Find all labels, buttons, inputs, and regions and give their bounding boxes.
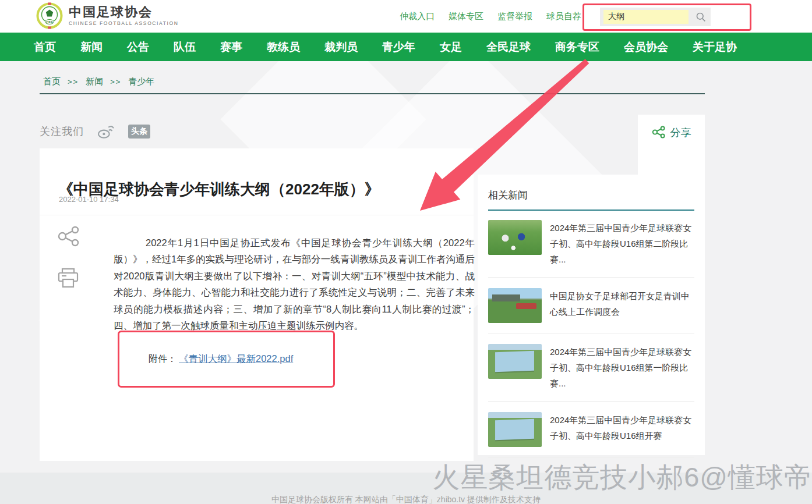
logo-subtitle: CHINESE FOOTBALL ASSOCIATION	[69, 20, 178, 26]
article-tool-icons	[57, 226, 80, 289]
share-button[interactable]: 分享	[638, 115, 705, 175]
follow-us-row: 关注我们 头条	[40, 124, 150, 139]
header-link[interactable]: 监督举报	[497, 11, 532, 22]
news-item-text[interactable]: 2024年第三届中国青少年足球联赛女子初、高中年龄段U16组第一阶段比赛...	[550, 344, 694, 391]
site-header: CFA 中国足球协会 CHINESE FOOTBALL ASSOCIATION …	[0, 0, 812, 33]
news-item-text[interactable]: 2024年第三届中国青少年足球联赛女子初、高中年龄段U16组开赛	[550, 412, 694, 447]
related-news-item[interactable]: 2024年第三届中国青少年足球联赛女子初、高中年龄段U16组第二阶段比赛...	[488, 220, 694, 278]
main-nav-item[interactable]: 商务专区	[555, 40, 599, 55]
breadcrumb-separator: >>	[110, 77, 121, 86]
news-thumbnail[interactable]	[488, 344, 542, 379]
breadcrumb-link[interactable]: 青少年	[128, 76, 154, 87]
weibo-icon[interactable]	[97, 124, 115, 139]
breadcrumb-separator: >>	[68, 77, 79, 86]
breadcrumb-link[interactable]: 新闻	[86, 76, 103, 87]
main-nav-item[interactable]: 会员协会	[624, 40, 668, 55]
main-nav-item[interactable]: 新闻	[80, 40, 103, 55]
attachment-label: 附件：	[149, 353, 176, 365]
header-quick-links: 仲裁入口 媒体专区 监督举报 球员自荐	[400, 0, 581, 33]
main-nav-item[interactable]: 裁判员	[324, 40, 358, 55]
main-nav-item[interactable]: 赛事	[220, 40, 242, 55]
follow-us-label: 关注我们	[40, 125, 84, 139]
related-news-card: 相关新闻 2024年第三届中国青少年足球联赛女子初、高中年龄段U16组第二阶段比…	[478, 175, 705, 455]
main-nav-item[interactable]: 关于足协	[693, 40, 737, 55]
related-news-title: 相关新闻	[478, 175, 705, 202]
breadcrumb-link[interactable]: 首页	[43, 76, 61, 87]
related-news-list: 2024年第三届中国青少年足球联赛女子初、高中年龄段U16组第二阶段比赛... …	[478, 211, 705, 457]
related-news-item[interactable]: 2024年第三届中国青少年足球联赛女子初、高中年龄段U16组开赛	[488, 412, 694, 457]
footer-copyright: 中国足球协会版权所有 本网站由「中国体育」zhibo.tv 提供制作及技术支持	[0, 495, 812, 504]
main-nav-item[interactable]: 全民足球	[486, 40, 531, 55]
article-date: 2022-01-10 17:34	[59, 195, 119, 204]
main-nav-item[interactable]: 队伍	[174, 40, 196, 55]
cfa-news-page: CFA 中国足球协会 CHINESE FOOTBALL ASSOCIATION …	[0, 0, 812, 504]
article-body: 2022年1月1日中国足协正式发布《中国足球协会青少年训练大纲（2022年版）》…	[114, 235, 475, 335]
printer-icon[interactable]	[57, 268, 79, 289]
annotation-box-attachment: 附件： 《青训大纲》最新2022.pdf	[118, 331, 335, 388]
main-nav-item[interactable]: 女足	[440, 40, 462, 55]
logo-title: 中国足球协会	[69, 5, 178, 19]
news-thumbnail[interactable]	[488, 412, 542, 447]
toutiao-badge[interactable]: 头条	[128, 125, 150, 139]
news-thumbnail[interactable]	[488, 220, 542, 255]
header-link[interactable]: 仲裁入口	[400, 11, 435, 22]
breadcrumb-divider	[40, 93, 705, 94]
share-outline-icon[interactable]	[57, 226, 80, 247]
attachment-pdf-link[interactable]: 《青训大纲》最新2022.pdf	[179, 353, 293, 365]
news-item-text[interactable]: 2024年第三届中国青少年足球联赛女子初、高中年龄段U16组第二阶段比赛...	[550, 220, 694, 267]
main-nav-item[interactable]: 教练员	[267, 40, 300, 55]
header-link[interactable]: 媒体专区	[449, 11, 483, 22]
main-nav-item[interactable]: 公告	[127, 40, 149, 55]
share-label: 分享	[670, 126, 691, 140]
article-card: 《中国足球协会青少年训练大纲（2022年版）》 2022-01-10 17:34…	[40, 148, 474, 461]
watermark-text: 火星桑坦德竞技小郝6@懂球帝	[432, 459, 812, 496]
news-thumbnail[interactable]	[488, 288, 542, 323]
main-nav-item[interactable]: 首页	[34, 40, 56, 55]
search-icon[interactable]	[696, 10, 706, 23]
article-divider	[40, 215, 474, 215]
main-navigation: 首页 新闻 公告 队伍 赛事 教练员 裁判员 青少年 女足 全民足球 商务专区 …	[0, 33, 812, 61]
related-news-item[interactable]: 2024年第三届中国青少年足球联赛女子初、高中年龄段U16组第一阶段比赛...	[488, 344, 694, 402]
header-link[interactable]: 球员自荐	[546, 11, 581, 22]
share-icon	[652, 126, 666, 139]
site-logo[interactable]: CFA 中国足球协会 CHINESE FOOTBALL ASSOCIATION	[36, 2, 178, 29]
news-item-text[interactable]: 中国足协女子足球部召开女足青训中心线上工作调度会	[550, 288, 694, 323]
breadcrumb: 首页 >> 新闻 >> 青少年	[43, 76, 168, 87]
search-input[interactable]	[603, 10, 689, 24]
cfa-crest-icon: CFA	[36, 2, 63, 29]
svg-text:CFA: CFA	[46, 20, 54, 24]
main-nav-item[interactable]: 青少年	[382, 40, 415, 55]
logo-text: 中国足球协会 CHINESE FOOTBALL ASSOCIATION	[69, 5, 178, 26]
related-news-item[interactable]: 中国足协女子足球部召开女足青训中心线上工作调度会	[488, 288, 694, 333]
search-box	[600, 8, 711, 26]
